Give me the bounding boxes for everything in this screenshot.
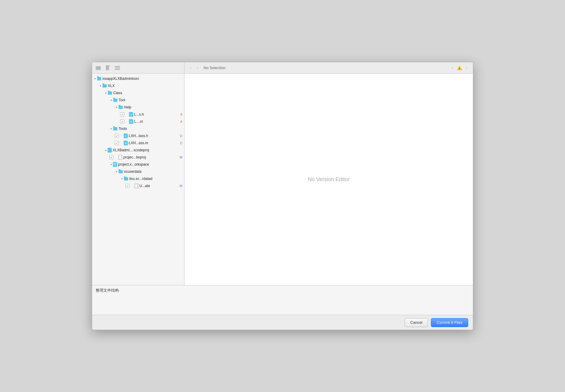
tree-label-uate: U...ate [139, 184, 178, 188]
svg-marker-13 [121, 155, 122, 156]
badge-projbxproj: M [180, 155, 182, 159]
file-icon-uate [134, 183, 139, 188]
list-icon-btn[interactable] [114, 65, 121, 71]
triangle-xcuserdata [115, 170, 118, 173]
svg-rect-10 [108, 148, 111, 152]
svg-rect-5 [115, 66, 120, 67]
tree-item-help[interactable]: Help [92, 104, 184, 111]
svg-marker-15 [117, 162, 117, 163]
triangle-workspace [109, 163, 113, 166]
badge-lm: A [180, 120, 182, 123]
triangle-xcodeproj [104, 148, 108, 152]
tree-label-lsh: L...s.h [134, 112, 179, 116]
file-icon-lm: m [129, 119, 133, 124]
tree-item-xcodeproj[interactable]: XLXBadmi....xcodeproj [92, 147, 184, 154]
right-nav-next[interactable]: › [463, 65, 470, 71]
right-panel: No Version Editor [184, 74, 473, 285]
tree-label-lxhass: LXH...ass.m [129, 141, 179, 145]
file-tree-panel: iosappXLXBadmintoon XLX Class [92, 74, 184, 285]
triangle-help [115, 105, 118, 109]
checkbox-lxhclass[interactable] [115, 134, 119, 138]
main-content: iosappXLXBadmintoon XLX Class [92, 74, 473, 285]
checkbox-uate[interactable] [125, 184, 130, 188]
triangle-class [104, 91, 108, 95]
svg-rect-2 [96, 66, 98, 67]
tree-label-xlx: XLX [108, 84, 182, 88]
badge-lxhass: D [180, 141, 182, 145]
tree-label-tool: Tool [119, 98, 182, 102]
file-icon-btn[interactable] [105, 65, 111, 71]
file-icon-lxhass: m [124, 141, 128, 145]
nav-back-btn[interactable]: ‹ [187, 65, 194, 71]
tree-item-lixurc[interactable]: lixu.xc...rdatad [92, 175, 184, 182]
checkbox-lxhass[interactable] [115, 141, 119, 145]
checkbox-lm[interactable] [120, 119, 124, 124]
file-icon-xcodeproj [108, 148, 112, 153]
badge-uate: M [180, 184, 182, 188]
tree-item-projbxproj[interactable]: projec...bxproj M [92, 154, 184, 161]
folder-icon-iosapp [97, 77, 102, 80]
right-controls: ‹ ! › [449, 65, 470, 71]
selection-label: No Selection [201, 66, 449, 70]
tree-item-lxhclass[interactable]: h LXH...lass.h D [92, 132, 184, 139]
folder-icon-xcuserdata [118, 170, 123, 173]
cancel-button[interactable]: Cancel [405, 318, 428, 327]
tree-item-xcuserdata[interactable]: xcuserdata [92, 168, 184, 175]
svg-rect-16 [114, 163, 116, 164]
commit-button[interactable]: Commit 6 Files [431, 318, 468, 327]
folder-icon-btn[interactable] [95, 65, 102, 71]
checkbox-projbxproj[interactable] [109, 155, 114, 159]
tree-item-lsh[interactable]: h L...s.h A [92, 111, 184, 118]
tree-label-xcuserdata: xcuserdata [124, 169, 182, 174]
tree-item-uate[interactable]: U...ate M [92, 182, 184, 189]
svg-rect-18 [135, 184, 137, 188]
nav-forward-btn[interactable]: › [194, 65, 201, 71]
svg-marker-4 [109, 65, 110, 66]
tree-label-projbxproj: projec...bxproj [123, 155, 178, 159]
tree-item-iosapp[interactable]: iosappXLXBadmintoon [92, 75, 184, 82]
no-version-editor-text: No Version Editor [308, 176, 350, 183]
bottom-text: 整理文件结构 [96, 288, 469, 293]
file-icon-workspace [113, 162, 117, 167]
footer: Cancel Commit 6 Files [92, 315, 473, 330]
tree-item-lm[interactable]: m L....m A [92, 118, 184, 125]
top-bar: ‹ › No Selection ‹ ! › [92, 62, 473, 74]
svg-text:!: ! [459, 67, 460, 70]
checkbox-lsh[interactable] [120, 112, 124, 116]
folder-icon-tool [113, 98, 118, 102]
tree-label-lm: L....m [134, 119, 179, 124]
tree-item-tools[interactable]: Tools [92, 125, 184, 132]
tree-label-lixurc: lixu.xc...rdatad [129, 177, 182, 181]
svg-marker-11 [111, 148, 111, 149]
tree-item-xlx[interactable]: XLX [92, 82, 184, 89]
tree-label-tools: Tools [119, 127, 182, 131]
tree-item-lxhass[interactable]: m LXH...ass.m D [92, 139, 184, 147]
svg-rect-3 [106, 65, 109, 70]
commit-dialog: ‹ › No Selection ‹ ! › [92, 62, 473, 330]
badge-lsh: A [180, 113, 182, 116]
tree-label-iosapp: iosappXLXBadmintoon [103, 77, 182, 81]
warning-icon: ! [457, 66, 462, 70]
svg-rect-12 [119, 155, 121, 159]
left-panel-header [92, 62, 184, 73]
svg-rect-1 [96, 67, 101, 70]
right-panel-header: ‹ › No Selection ‹ ! › [184, 62, 473, 73]
triangle-tool [109, 98, 113, 102]
folder-icon-help [118, 105, 123, 109]
tree-item-workspace[interactable]: project.x...orkspace [92, 161, 184, 168]
folder-icon-tools [113, 127, 118, 130]
svg-marker-19 [137, 184, 138, 185]
triangle-tools [109, 127, 113, 130]
tree-item-class[interactable]: Class [92, 89, 184, 97]
folder-icon-xlx [102, 84, 107, 88]
svg-rect-7 [115, 69, 120, 70]
tree-item-tool[interactable]: Tool [92, 97, 184, 104]
tree-label-lxhclass: LXH...lass.h [129, 134, 179, 138]
badge-lxhclass: D [180, 134, 182, 138]
right-nav-prev[interactable]: ‹ [449, 65, 456, 71]
file-icon-projbxproj [118, 155, 122, 160]
file-icon-lsh: h [129, 112, 133, 117]
svg-rect-6 [115, 68, 120, 68]
folder-icon-lixurc [124, 177, 128, 181]
svg-rect-17 [114, 164, 116, 165]
